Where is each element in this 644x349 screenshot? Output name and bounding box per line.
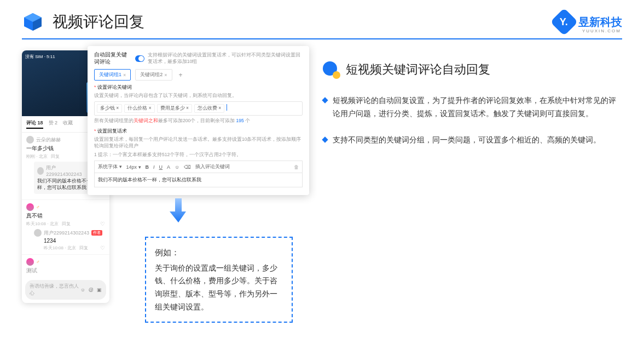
- heart-icon[interactable]: ♡: [100, 245, 105, 251]
- toggle-label: 自动回复关键词评论: [94, 52, 132, 66]
- input-placeholder: 善语结善缘，恶言伤人心: [30, 283, 80, 297]
- reply-link[interactable]: 回复: [62, 221, 71, 227]
- chat-bubble-icon: [323, 61, 339, 78]
- arrow-down-icon: [170, 198, 187, 225]
- italic-button[interactable]: I: [153, 164, 155, 170]
- clear-button[interactable]: ⌫: [184, 164, 191, 170]
- avatar-icon: [26, 258, 34, 266]
- at-icon[interactable]: @: [89, 287, 94, 293]
- diamond-bullet-icon: [322, 97, 328, 103]
- cube-icon: [22, 11, 44, 33]
- tab-likes[interactable]: 赞 2: [49, 119, 58, 129]
- section-replies-hint: 设置回复话术，每回复一个用户评论只发送一条话术。最多支持设置10条不同话术，按添…: [94, 136, 303, 150]
- keyword-tag[interactable]: 多少钱 ×: [97, 104, 122, 113]
- delete-icon[interactable]: 🗑: [294, 164, 299, 170]
- diamond-bullet-icon: [322, 136, 328, 142]
- comment-time: 刚刚 · 北京: [26, 153, 48, 159]
- example-body: 关于询价的设置成一组关键词，多少钱、什么价格，费用多少等。关于咨询班型、版本、型…: [155, 262, 283, 314]
- keyword-count-hint: 所有关键词组里的关键词之和最多可添加200个，目前剩余可添加 195 个: [94, 118, 303, 124]
- author-badge: 作者: [91, 230, 102, 236]
- bullet-text: 支持不同类型的关键词分组，同一类问题，可设置多个相近的、高频的关键词。: [333, 134, 601, 147]
- avatar-icon: [26, 203, 34, 211]
- auto-reply-toggle[interactable]: [135, 55, 144, 62]
- example-box: 例如： 关于询价的设置成一组关键词，多少钱、什么价格，费用多少等。关于咨询班型、…: [145, 237, 293, 323]
- header-divider: [22, 38, 622, 39]
- page-title: 视频评论回复: [53, 12, 144, 32]
- comment-text: 1234: [44, 238, 105, 244]
- comment-text: 真不错: [26, 212, 105, 220]
- insert-keyword-button[interactable]: 插入评论关键词: [195, 163, 230, 170]
- color-button[interactable]: A: [167, 164, 170, 170]
- image-icon[interactable]: ▣: [97, 287, 102, 293]
- comment-time: 昨天10:08 · 北京: [26, 221, 59, 227]
- example-title: 例如：: [155, 245, 283, 260]
- editor-tip: 1 提示：一个富文本框最多支持512个字符，一个汉字占用2个字符。: [94, 152, 303, 158]
- settings-panel: 自动回复关键词评论 支持根据评论的关键词设置回复话术，可以针对不同类型关键词设置…: [88, 46, 309, 195]
- add-group-button[interactable]: +: [179, 71, 183, 79]
- avatar-icon: [37, 167, 44, 175]
- tab-favorites[interactable]: 收藏: [63, 119, 73, 129]
- brand-text: 昱新科技: [578, 15, 622, 30]
- toggle-hint: 支持根据评论的关键词设置回复话术，可以针对不同类型关键词设置回复话术，最多添加1…: [148, 52, 303, 65]
- emoji-button[interactable]: ☺: [175, 164, 179, 170]
- avatar-icon: [26, 136, 34, 144]
- section-keywords-hint: 设置关键词，当评论内容包含了以下关键词，则系统可自动回复。: [94, 93, 303, 99]
- keyword-group-tab-2[interactable]: 关键词组2×: [135, 69, 172, 81]
- reply-link[interactable]: 回复: [79, 245, 88, 251]
- brand-mark: Y.: [550, 8, 578, 36]
- emoji-icon[interactable]: ☺: [80, 287, 85, 293]
- reply-editor[interactable]: 我们不同的版本价格不一样，您可以私信联系我: [94, 173, 303, 187]
- avatar-icon: [34, 229, 42, 237]
- keyword-tag[interactable]: 怎么收费 ×: [194, 104, 224, 113]
- reply-link[interactable]: 回复: [51, 153, 60, 159]
- tab-comments[interactable]: 评论 18: [26, 119, 43, 129]
- keyword-group-tab-1[interactable]: 关键词组1×: [94, 69, 131, 81]
- comment-user: 云朵的赫赫: [36, 136, 61, 144]
- reply-user: 用户2299214302243: [46, 164, 86, 177]
- underline-button[interactable]: U: [159, 164, 163, 170]
- keyword-input[interactable]: 多少钱 × 什么价格 × 费用是多少 × 怎么收费 ×: [94, 101, 303, 116]
- editor-toolbar: 系统字体 ▾ 14px ▾ B I U A ☺ ⌫ 插入评论关键词 🗑: [94, 161, 303, 173]
- brand-subtext: YUUXIN.COM: [582, 28, 621, 33]
- keyword-tag[interactable]: 什么价格 ×: [124, 104, 154, 113]
- reply-user: 用户2299214302243: [44, 230, 89, 237]
- comment-time: 昨天10:08 · 北京: [44, 245, 76, 251]
- section-keywords-label: 设置评论关键词: [94, 84, 303, 91]
- keyword-tag[interactable]: 费用是多少 ×: [157, 104, 192, 113]
- heart-icon[interactable]: ♡: [100, 221, 105, 227]
- bullet-text: 短视频评论的自动回复设置，为了提升作者的评论回复效率，在系统中针对常见的评论用户…: [333, 94, 622, 121]
- section-replies-label: 设置回复话术: [94, 128, 303, 135]
- bold-button[interactable]: B: [146, 164, 149, 170]
- size-select[interactable]: 14px ▾: [126, 164, 141, 170]
- comment-input[interactable]: 善语结善缘，恶言伤人心 ☺ @ ▣: [25, 280, 106, 300]
- section-title: 短视频关键词评论自动回复: [346, 61, 490, 78]
- font-select[interactable]: 系统字体 ▾: [98, 163, 122, 170]
